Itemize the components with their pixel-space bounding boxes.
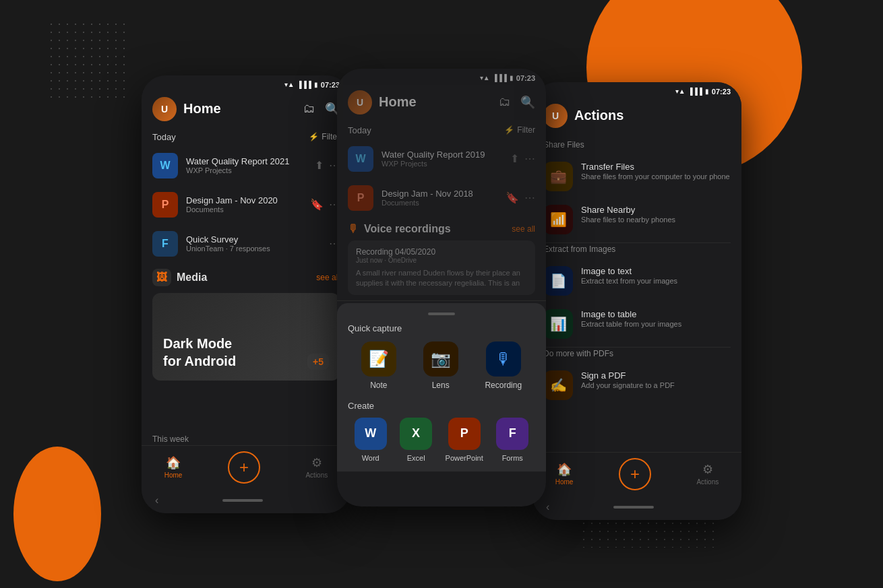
media-count-badge-1: +5 bbox=[307, 354, 329, 370]
this-week-label: This week bbox=[142, 432, 351, 445]
nav-actions-1[interactable]: ⚙ Actions bbox=[305, 455, 328, 479]
extract-section-title: Extract from Images bbox=[543, 244, 731, 254]
action-info-sign: Sign a PDF Add your signature to a PDF bbox=[581, 370, 731, 390]
file-info-3: Quick Survey UnionTeam · 7 responses bbox=[186, 234, 321, 253]
file-name-3: Quick Survey bbox=[186, 234, 321, 244]
action-name-img-table: Image to table bbox=[581, 309, 731, 319]
file-sub-1: WXP Projects bbox=[186, 166, 307, 174]
word-icon-1: W bbox=[152, 153, 178, 178]
ppt-create-icon: P bbox=[448, 418, 481, 450]
voice-title: 🎙 Voice recordings bbox=[348, 223, 451, 235]
back-chevron-1[interactable]: ‹ bbox=[155, 494, 158, 507]
avatar-1[interactable]: U bbox=[152, 97, 177, 121]
file-info-2: Design Jam - Nov 2020 Documents bbox=[186, 195, 302, 214]
file-info-p2-1: Water Quality Report 2019 WXP Projects bbox=[382, 150, 502, 168]
status-icons-1: ▾▲ ▐▐▐ ▮ 07:23 bbox=[284, 81, 340, 89]
action-name-transfer: Transfer Files bbox=[581, 162, 731, 172]
forms-create-label: Forms bbox=[502, 454, 523, 462]
img-text-icon: 📄 bbox=[543, 266, 573, 296]
sign-icon: ✍ bbox=[543, 370, 573, 400]
battery-icon-2: ▮ bbox=[510, 74, 514, 81]
avatar-3[interactable]: U bbox=[543, 104, 568, 128]
actions-icon-1: ⚙ bbox=[311, 455, 322, 470]
capture-recording[interactable]: 🎙 Recording bbox=[485, 341, 522, 390]
quick-capture-icons: 📝 Note 📷 Lens 🎙 Recording bbox=[348, 341, 535, 390]
media-grid-1: Dark Mode for Android +5 bbox=[142, 289, 351, 432]
word-create-icon: W bbox=[355, 418, 387, 450]
create-excel[interactable]: X Excel bbox=[400, 418, 432, 462]
nav-actions-label-3: Actions bbox=[696, 478, 719, 486]
media-overlay-text-1: Dark Mode for Android bbox=[163, 335, 236, 370]
capture-lens[interactable]: 📷 Lens bbox=[423, 341, 458, 390]
file-sub-p2-1: WXP Projects bbox=[382, 160, 502, 168]
action-info-img-text: Image to text Extract text from your ima… bbox=[581, 266, 731, 286]
action-transfer-files[interactable]: 💼 Transfer Files Share files from your c… bbox=[543, 155, 731, 198]
action-desc-share: Share files to nearby phones bbox=[581, 215, 731, 224]
action-name-img-text: Image to text bbox=[581, 266, 731, 276]
sheet-handle bbox=[428, 313, 455, 315]
upload-icon-2: ⬆ bbox=[510, 152, 519, 165]
today-filter-header-1: Today ⚡ Filter bbox=[142, 127, 351, 146]
note-label: Note bbox=[370, 381, 387, 390]
file-item-3[interactable]: F Quick Survey UnionTeam · 7 responses ⋯ bbox=[142, 224, 351, 263]
action-sign-pdf[interactable]: ✍ Sign a PDF Add your signature to a PDF bbox=[543, 364, 731, 407]
recording-icon: 🎙 bbox=[486, 341, 521, 377]
phone-left: ▾▲ ▐▐▐ ▮ 07:23 U Home 🗂 🔍 Today ⚡ Filter bbox=[142, 75, 351, 513]
signal-icon-2: ▐▐▐ bbox=[493, 74, 507, 81]
filter-icon-1: ⚡ bbox=[309, 132, 319, 141]
battery-icon-3: ▮ bbox=[705, 88, 709, 95]
recording-preview: A small river named Duden flows by their… bbox=[356, 268, 527, 289]
folder-icon-1[interactable]: 🗂 bbox=[303, 102, 315, 116]
media-placeholder-1[interactable]: Dark Mode for Android +5 bbox=[152, 293, 340, 381]
upload-icon-1: ⬆ bbox=[315, 159, 324, 172]
file-sub-2: Documents bbox=[186, 205, 302, 214]
create-ppt[interactable]: P PowerPoint bbox=[446, 418, 483, 462]
file-info-p2-2: Design Jam - Nov 2018 Documents bbox=[382, 189, 497, 207]
signal-icon-3: ▐▐▐ bbox=[688, 88, 702, 95]
action-share-nearby[interactable]: 📶 Share Nearby Share files to nearby pho… bbox=[543, 198, 731, 241]
forms-icon-1: F bbox=[152, 231, 178, 257]
filter-button-2: ⚡ Filter bbox=[504, 125, 535, 135]
media-see-all-1[interactable]: see all bbox=[316, 273, 340, 282]
app-header-1: U Home 🗂 🔍 bbox=[142, 92, 351, 127]
status-icons-3: ▾▲ ▐▐▐ ▮ 07:23 bbox=[675, 88, 731, 96]
create-word[interactable]: W Word bbox=[355, 418, 387, 462]
app-title-1: Home bbox=[183, 101, 297, 117]
file-sub-p2-2: Documents bbox=[382, 199, 497, 207]
create-forms[interactable]: F Forms bbox=[496, 418, 528, 462]
file-item-1[interactable]: W Water Quality Report 2021 WXP Projects… bbox=[142, 146, 351, 185]
action-img-table[interactable]: 📊 Image to table Extract table from your… bbox=[543, 302, 731, 346]
file-item-2[interactable]: P Design Jam - Nov 2020 Documents 🔖 ⋯ bbox=[142, 185, 351, 224]
avatar-2: U bbox=[348, 90, 372, 115]
capture-note[interactable]: 📝 Note bbox=[361, 341, 396, 390]
action-img-text[interactable]: 📄 Image to text Extract text from your i… bbox=[543, 259, 731, 302]
action-info-img-table: Image to table Extract table from your i… bbox=[581, 309, 731, 329]
nav-plus-btn-1[interactable]: + bbox=[228, 451, 260, 484]
filter-button-1[interactable]: ⚡ Filter bbox=[309, 132, 340, 141]
back-chevron-3[interactable]: ‹ bbox=[546, 501, 549, 513]
status-time-3: 07:23 bbox=[712, 88, 731, 96]
lens-label: Lens bbox=[432, 381, 450, 390]
nav-home-1[interactable]: 🏠 Home bbox=[164, 455, 183, 479]
nav-actions-3[interactable]: ⚙ Actions bbox=[696, 462, 719, 486]
file-actions-2: 🔖 ⋯ bbox=[310, 198, 340, 211]
share-icon: 📶 bbox=[543, 205, 573, 234]
excel-create-label: Excel bbox=[407, 454, 425, 462]
status-bar-3: ▾▲ ▐▐▐ ▮ 07:23 bbox=[532, 82, 741, 98]
more-icon-p2-2: ⋯ bbox=[524, 191, 535, 204]
file-info-1: Water Quality Report 2021 WXP Projects bbox=[186, 156, 307, 174]
home-icon-1: 🏠 bbox=[166, 455, 181, 470]
status-bar-2: ▾▲ ▐▐▐ ▮ 07:23 bbox=[337, 69, 546, 85]
img-table-icon: 📊 bbox=[543, 309, 573, 339]
voice-header: 🎙 Voice recordings see all bbox=[348, 223, 535, 235]
action-name-share: Share Nearby bbox=[581, 205, 731, 215]
nav-plus-btn-3[interactable]: + bbox=[619, 458, 651, 490]
nav-home-3[interactable]: 🏠 Home bbox=[555, 462, 574, 486]
home-bar-1 bbox=[222, 499, 263, 502]
today-filter-header-2: Today ⚡ Filter bbox=[337, 120, 546, 139]
create-icons: W Word X Excel P PowerPoint F Forms bbox=[348, 418, 535, 462]
voice-see-all: see all bbox=[512, 224, 535, 234]
today-label-2: Today bbox=[348, 125, 371, 135]
phone-right: ▾▲ ▐▐▐ ▮ 07:23 U Actions Share Files 💼 T… bbox=[532, 82, 741, 520]
nav-home-label-1: Home bbox=[164, 471, 183, 479]
